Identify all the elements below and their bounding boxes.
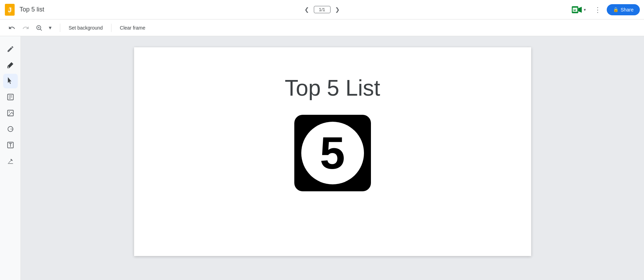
document-title[interactable]: Top 5 list	[20, 6, 566, 13]
text-frame-tool-button[interactable]	[3, 138, 18, 152]
zoom-group: ▾	[33, 22, 56, 33]
share-label: Share	[621, 7, 634, 13]
eraser-icon	[7, 61, 14, 69]
shape-tool-button[interactable]	[3, 122, 18, 136]
meet-button[interactable]: M ▾	[568, 5, 589, 15]
set-background-button[interactable]: Set background	[64, 23, 107, 33]
highlighter-tool-button[interactable]	[3, 154, 18, 168]
slide-number: 5	[320, 130, 345, 176]
eraser-tool-button[interactable]	[3, 58, 18, 72]
toolbar-divider-1	[60, 24, 60, 32]
shape-icon	[7, 125, 14, 133]
pen-icon	[7, 45, 14, 53]
prev-slide-button[interactable]: ❮	[301, 4, 312, 15]
pen-tool-button[interactable]	[3, 42, 18, 56]
next-slide-button[interactable]: ❯	[332, 4, 343, 15]
zoom-button[interactable]	[33, 22, 45, 33]
note-tool-button[interactable]	[3, 90, 18, 104]
svg-point-16	[9, 111, 10, 112]
clear-frame-button[interactable]: Clear frame	[116, 23, 149, 33]
svg-line-8	[40, 29, 41, 30]
select-icon	[7, 77, 14, 85]
meet-icon: M	[571, 6, 582, 13]
left-toolbar	[0, 36, 21, 280]
svg-text:M: M	[573, 8, 576, 11]
toolbar: ▾ Set background Clear frame	[0, 19, 644, 36]
image-tool-button[interactable]	[3, 106, 18, 120]
app-logo: J	[4, 4, 15, 15]
share-button[interactable]: 🔒 Share	[607, 4, 640, 15]
page-indicator[interactable]: 1/1	[314, 6, 331, 13]
header: J Top 5 list ❮ 1/1 ❯ M ▾ ⋮ 🔒 Share	[0, 0, 644, 19]
zoom-dropdown-button[interactable]: ▾	[45, 22, 56, 33]
zoom-icon	[36, 24, 42, 31]
canvas-area[interactable]: Top 5 List 5	[21, 36, 644, 280]
number-badge: 5	[294, 115, 371, 191]
meet-chevron-icon: ▾	[584, 7, 586, 12]
lock-icon: 🔒	[613, 7, 619, 12]
svg-marker-4	[578, 7, 582, 13]
more-options-button[interactable]: ⋮	[591, 3, 604, 16]
header-right-actions: M ▾ ⋮ 🔒 Share	[568, 3, 640, 16]
main-area: Top 5 List 5	[0, 36, 644, 280]
number-circle: 5	[301, 122, 364, 184]
undo-button[interactable]	[6, 22, 18, 34]
redo-button[interactable]	[20, 22, 32, 34]
undo-icon	[8, 24, 15, 31]
slide-title: Top 5 List	[285, 75, 380, 101]
slide-frame[interactable]: Top 5 List 5	[134, 47, 531, 256]
text-frame-icon	[7, 141, 14, 149]
toolbar-divider-2	[111, 24, 111, 32]
svg-text:J: J	[8, 7, 11, 14]
note-icon	[7, 93, 14, 101]
slide-navigation: ❮ 1/1 ❯	[301, 4, 343, 15]
image-icon	[7, 109, 14, 117]
highlighter-icon	[7, 157, 14, 165]
redo-icon	[22, 24, 29, 31]
select-tool-button[interactable]	[3, 74, 18, 88]
